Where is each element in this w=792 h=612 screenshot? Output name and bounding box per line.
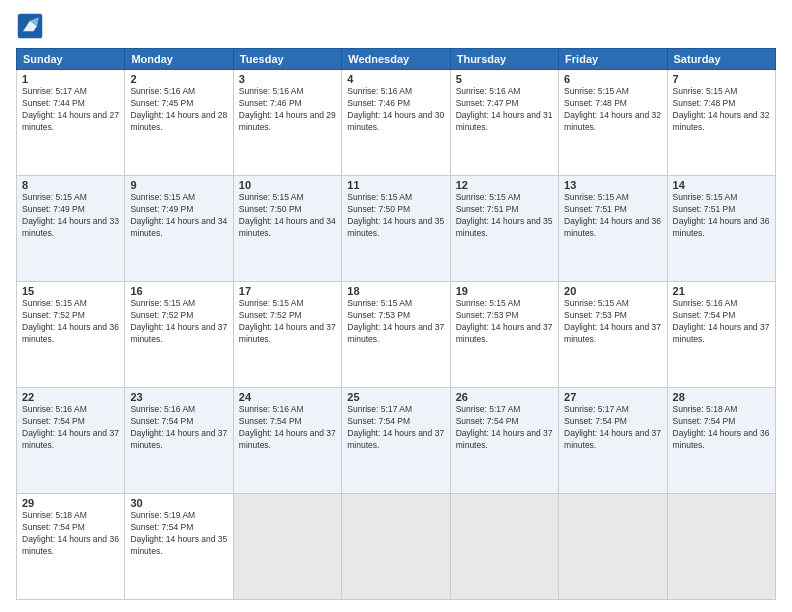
calendar-cell: 22Sunrise: 5:16 AMSunset: 7:54 PMDayligh… [17,388,125,494]
day-number: 23 [130,391,227,403]
day-info: Sunrise: 5:15 AMSunset: 7:52 PMDaylight:… [130,298,227,346]
calendar-cell [667,494,775,600]
day-number: 3 [239,73,336,85]
calendar-day-header: Monday [125,49,233,70]
calendar-cell: 3Sunrise: 5:16 AMSunset: 7:46 PMDaylight… [233,70,341,176]
day-info: Sunrise: 5:15 AMSunset: 7:49 PMDaylight:… [130,192,227,240]
day-info: Sunrise: 5:15 AMSunset: 7:50 PMDaylight:… [239,192,336,240]
day-number: 11 [347,179,444,191]
day-number: 16 [130,285,227,297]
calendar-cell: 4Sunrise: 5:16 AMSunset: 7:46 PMDaylight… [342,70,450,176]
day-number: 2 [130,73,227,85]
day-number: 7 [673,73,770,85]
day-number: 14 [673,179,770,191]
day-info: Sunrise: 5:16 AMSunset: 7:46 PMDaylight:… [239,86,336,134]
day-info: Sunrise: 5:15 AMSunset: 7:51 PMDaylight:… [456,192,553,240]
day-number: 29 [22,497,119,509]
calendar-cell: 23Sunrise: 5:16 AMSunset: 7:54 PMDayligh… [125,388,233,494]
calendar-cell: 6Sunrise: 5:15 AMSunset: 7:48 PMDaylight… [559,70,667,176]
day-info: Sunrise: 5:17 AMSunset: 7:44 PMDaylight:… [22,86,119,134]
day-number: 20 [564,285,661,297]
calendar-cell: 5Sunrise: 5:16 AMSunset: 7:47 PMDaylight… [450,70,558,176]
day-info: Sunrise: 5:15 AMSunset: 7:53 PMDaylight:… [456,298,553,346]
day-info: Sunrise: 5:16 AMSunset: 7:54 PMDaylight:… [673,298,770,346]
calendar-table: SundayMondayTuesdayWednesdayThursdayFrid… [16,48,776,600]
calendar-cell: 12Sunrise: 5:15 AMSunset: 7:51 PMDayligh… [450,176,558,282]
day-number: 10 [239,179,336,191]
calendar-cell [342,494,450,600]
day-info: Sunrise: 5:16 AMSunset: 7:54 PMDaylight:… [239,404,336,452]
calendar-cell: 26Sunrise: 5:17 AMSunset: 7:54 PMDayligh… [450,388,558,494]
day-number: 25 [347,391,444,403]
day-info: Sunrise: 5:18 AMSunset: 7:54 PMDaylight:… [673,404,770,452]
day-info: Sunrise: 5:16 AMSunset: 7:54 PMDaylight:… [22,404,119,452]
calendar-day-header: Thursday [450,49,558,70]
day-number: 24 [239,391,336,403]
calendar-cell: 28Sunrise: 5:18 AMSunset: 7:54 PMDayligh… [667,388,775,494]
day-info: Sunrise: 5:15 AMSunset: 7:48 PMDaylight:… [673,86,770,134]
calendar-cell: 11Sunrise: 5:15 AMSunset: 7:50 PMDayligh… [342,176,450,282]
calendar-header-row: SundayMondayTuesdayWednesdayThursdayFrid… [17,49,776,70]
day-info: Sunrise: 5:17 AMSunset: 7:54 PMDaylight:… [456,404,553,452]
day-number: 12 [456,179,553,191]
calendar-cell: 24Sunrise: 5:16 AMSunset: 7:54 PMDayligh… [233,388,341,494]
day-info: Sunrise: 5:15 AMSunset: 7:50 PMDaylight:… [347,192,444,240]
day-number: 17 [239,285,336,297]
day-info: Sunrise: 5:16 AMSunset: 7:54 PMDaylight:… [130,404,227,452]
calendar-cell: 14Sunrise: 5:15 AMSunset: 7:51 PMDayligh… [667,176,775,282]
day-number: 6 [564,73,661,85]
day-number: 26 [456,391,553,403]
day-number: 9 [130,179,227,191]
calendar-cell: 7Sunrise: 5:15 AMSunset: 7:48 PMDaylight… [667,70,775,176]
calendar-cell: 25Sunrise: 5:17 AMSunset: 7:54 PMDayligh… [342,388,450,494]
calendar-cell: 1Sunrise: 5:17 AMSunset: 7:44 PMDaylight… [17,70,125,176]
logo-icon [16,12,44,40]
calendar-cell [559,494,667,600]
calendar-week-row: 22Sunrise: 5:16 AMSunset: 7:54 PMDayligh… [17,388,776,494]
calendar-cell: 10Sunrise: 5:15 AMSunset: 7:50 PMDayligh… [233,176,341,282]
page: SundayMondayTuesdayWednesdayThursdayFrid… [0,0,792,612]
calendar-cell: 2Sunrise: 5:16 AMSunset: 7:45 PMDaylight… [125,70,233,176]
calendar-cell: 16Sunrise: 5:15 AMSunset: 7:52 PMDayligh… [125,282,233,388]
calendar-cell: 8Sunrise: 5:15 AMSunset: 7:49 PMDaylight… [17,176,125,282]
calendar-day-header: Friday [559,49,667,70]
calendar-week-row: 29Sunrise: 5:18 AMSunset: 7:54 PMDayligh… [17,494,776,600]
calendar-day-header: Wednesday [342,49,450,70]
calendar-cell: 13Sunrise: 5:15 AMSunset: 7:51 PMDayligh… [559,176,667,282]
calendar-cell: 18Sunrise: 5:15 AMSunset: 7:53 PMDayligh… [342,282,450,388]
day-info: Sunrise: 5:15 AMSunset: 7:52 PMDaylight:… [239,298,336,346]
day-number: 27 [564,391,661,403]
calendar-week-row: 15Sunrise: 5:15 AMSunset: 7:52 PMDayligh… [17,282,776,388]
day-info: Sunrise: 5:17 AMSunset: 7:54 PMDaylight:… [564,404,661,452]
header [16,12,776,40]
calendar-cell [450,494,558,600]
day-number: 21 [673,285,770,297]
day-number: 18 [347,285,444,297]
day-info: Sunrise: 5:19 AMSunset: 7:54 PMDaylight:… [130,510,227,558]
calendar-cell: 21Sunrise: 5:16 AMSunset: 7:54 PMDayligh… [667,282,775,388]
calendar-cell: 17Sunrise: 5:15 AMSunset: 7:52 PMDayligh… [233,282,341,388]
calendar-day-header: Saturday [667,49,775,70]
day-info: Sunrise: 5:15 AMSunset: 7:48 PMDaylight:… [564,86,661,134]
calendar-cell: 19Sunrise: 5:15 AMSunset: 7:53 PMDayligh… [450,282,558,388]
day-info: Sunrise: 5:16 AMSunset: 7:45 PMDaylight:… [130,86,227,134]
day-info: Sunrise: 5:15 AMSunset: 7:51 PMDaylight:… [673,192,770,240]
calendar-cell [233,494,341,600]
day-info: Sunrise: 5:15 AMSunset: 7:49 PMDaylight:… [22,192,119,240]
day-number: 8 [22,179,119,191]
day-info: Sunrise: 5:15 AMSunset: 7:53 PMDaylight:… [564,298,661,346]
calendar-cell: 9Sunrise: 5:15 AMSunset: 7:49 PMDaylight… [125,176,233,282]
day-info: Sunrise: 5:15 AMSunset: 7:51 PMDaylight:… [564,192,661,240]
day-number: 19 [456,285,553,297]
calendar-week-row: 8Sunrise: 5:15 AMSunset: 7:49 PMDaylight… [17,176,776,282]
day-number: 15 [22,285,119,297]
day-number: 30 [130,497,227,509]
day-number: 5 [456,73,553,85]
day-info: Sunrise: 5:17 AMSunset: 7:54 PMDaylight:… [347,404,444,452]
day-info: Sunrise: 5:18 AMSunset: 7:54 PMDaylight:… [22,510,119,558]
calendar-cell: 29Sunrise: 5:18 AMSunset: 7:54 PMDayligh… [17,494,125,600]
day-info: Sunrise: 5:15 AMSunset: 7:53 PMDaylight:… [347,298,444,346]
calendar-cell: 30Sunrise: 5:19 AMSunset: 7:54 PMDayligh… [125,494,233,600]
calendar-week-row: 1Sunrise: 5:17 AMSunset: 7:44 PMDaylight… [17,70,776,176]
calendar-day-header: Sunday [17,49,125,70]
